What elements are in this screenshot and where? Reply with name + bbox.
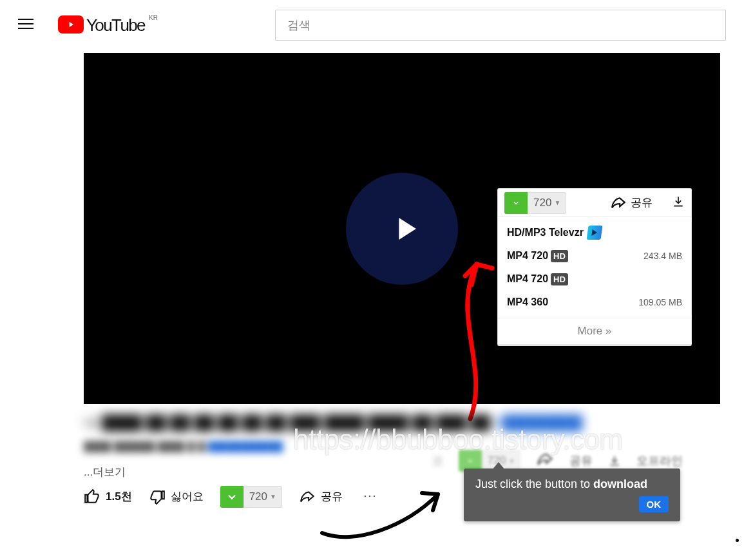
download-button[interactable] xyxy=(504,192,528,214)
video-meta-section: 내 ████ ██ ██ ██ ██ ██ ██ ███ ████ ████ █… xyxy=(84,413,720,452)
download-arrow-icon xyxy=(224,488,240,505)
decorative-dot xyxy=(736,539,739,542)
download-options-list: HD/MP3 Televzr MP4 720 HD 243.4 MB MP4 7… xyxy=(498,217,691,318)
download-popup: 720 ▼ 공유 HD/MP3 Televzr MP4 720 HD 243.4… xyxy=(497,188,692,346)
download-option-mp4-720[interactable]: MP4 720 HD 243.4 MB xyxy=(498,244,691,267)
download-arrow-icon xyxy=(465,455,475,467)
download-resolution-select-bottom[interactable]: 720 ▼ xyxy=(243,486,282,508)
download-option-label: HD/MP3 Televzr xyxy=(507,227,584,238)
chevron-down-icon: ▼ xyxy=(554,199,560,206)
download-option-label: MP4 360 xyxy=(507,296,548,308)
download-option-mp4-720-b[interactable]: MP4 720 HD xyxy=(498,267,691,291)
youtube-logo-text: YouTube xyxy=(86,15,145,35)
hamburger-menu-button[interactable] xyxy=(18,16,33,32)
like-count: 1.5천 xyxy=(106,489,132,504)
popup-share-button[interactable]: 공유 xyxy=(610,195,653,211)
thumbs-down-icon xyxy=(149,488,166,505)
more-actions-button[interactable]: ⋮ xyxy=(363,490,378,504)
popup-download-icon-button[interactable] xyxy=(672,195,685,211)
download-arrow-button[interactable] xyxy=(220,486,243,508)
download-option-size: 243.4 MB xyxy=(644,251,682,261)
televzr-icon xyxy=(586,226,602,240)
download-more-button[interactable]: More » xyxy=(498,318,691,344)
download-option-label: MP4 720 xyxy=(507,273,548,285)
search-box[interactable] xyxy=(275,10,726,41)
tooltip-text: Just click the button to download xyxy=(475,478,669,491)
dislike-label: 싫어요 xyxy=(171,489,204,504)
download-option-televzr[interactable]: HD/MP3 Televzr xyxy=(498,221,691,244)
download-popup-header: 720 ▼ 공유 xyxy=(498,189,691,217)
download-arrow-icon xyxy=(511,197,521,209)
tooltip-ok-button[interactable]: OK xyxy=(639,496,669,512)
share-label: 공유 xyxy=(321,489,343,504)
download-resolution-label: 720 xyxy=(249,490,267,503)
chevron-down-icon: ▼ xyxy=(270,493,276,500)
share-arrow-icon xyxy=(299,488,316,505)
show-more-link[interactable]: ...더보기 xyxy=(84,465,126,479)
action-bg-prefix: 코 xyxy=(432,453,443,468)
chevron-down-icon: ▼ xyxy=(508,458,515,465)
share-button[interactable]: 공유 xyxy=(299,488,343,505)
share-arrow-icon xyxy=(610,195,627,211)
search-input[interactable] xyxy=(287,19,714,32)
video-title-blurred: 내 ████ ██ ██ ██ ██ ██ ██ ███ ████ ████ █… xyxy=(84,413,720,433)
play-button[interactable] xyxy=(346,173,458,285)
download-resolution-label: 720 xyxy=(533,197,551,209)
download-option-mp4-360[interactable]: MP4 360 109.05 MB xyxy=(498,291,691,314)
popup-share-label: 공유 xyxy=(631,195,653,210)
download-tray-icon xyxy=(672,195,685,208)
download-hint-tooltip: Just click the button to download OK xyxy=(464,468,680,521)
download-button-bottom[interactable]: 720 ▼ xyxy=(220,486,282,508)
share-label-bg: 공유 xyxy=(569,453,593,468)
thumbs-up-icon xyxy=(84,488,100,505)
youtube-region-label: KR xyxy=(149,14,158,21)
like-button[interactable]: 1.5천 xyxy=(84,488,132,505)
download-option-size: 109.05 MB xyxy=(638,297,682,307)
download-option-label: MP4 720 xyxy=(507,250,548,262)
hd-badge: HD xyxy=(551,250,568,262)
dislike-button[interactable]: 싫어요 xyxy=(149,488,204,505)
youtube-logo-icon xyxy=(58,15,84,34)
offline-label-bg: 오프라인 xyxy=(636,453,683,468)
youtube-logo[interactable]: YouTube KR xyxy=(58,15,158,35)
play-icon xyxy=(386,210,424,247)
app-header: YouTube KR xyxy=(0,0,744,50)
download-tray-icon xyxy=(608,454,621,467)
download-resolution-select[interactable]: 720 ▼ xyxy=(528,192,566,214)
hd-badge: HD xyxy=(551,273,568,285)
